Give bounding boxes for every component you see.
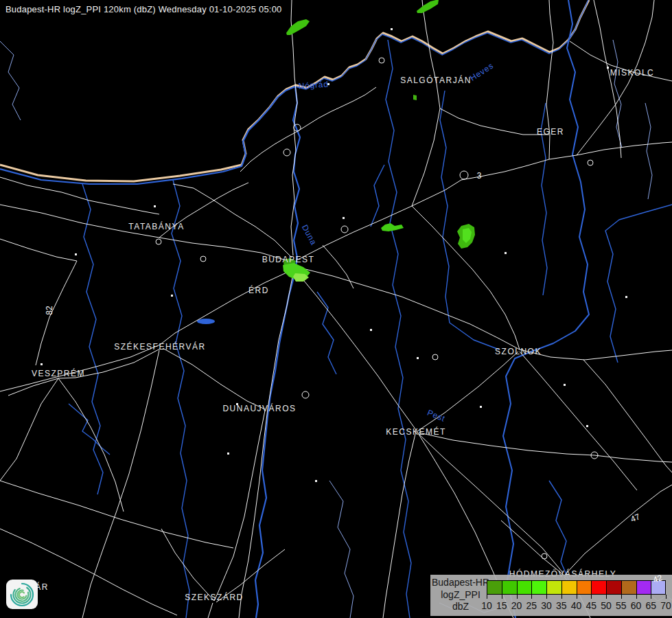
legend-tick-mark [651,595,651,599]
city-label: SZEKSZÁRD [185,592,244,602]
city-label: SALGÓTARJÁN [400,75,472,85]
legend-tick-mark [636,595,637,599]
city-label: KECSKEMÉT [386,426,446,437]
town-ring-symbols [156,58,598,559]
echo-mid-west [381,223,404,231]
legend-swatch [546,580,561,595]
legend-swatch [531,580,546,595]
city-label: VESZPRÉM [32,368,85,378]
city-label: DUNAÚJVÁROS [222,403,296,413]
legend-tick-mark [666,595,667,599]
legend-swatch [577,580,592,595]
spiral-icon [8,582,36,608]
village-dot-symbols [40,28,627,482]
legend-swatch [517,580,532,595]
city-label: EGER [537,127,564,137]
legend-tick-mark [621,595,622,599]
city-label-layer: BUDAPESTÉRDTATABÁNYASZÉKESFEHÉRVÁRVESZPR… [32,68,654,602]
city-label: MISKOLC [610,68,655,78]
road-number-label: 47 [629,512,642,524]
legend-tick-label: 70 [657,600,672,611]
legend-tick-mark [591,595,592,599]
city-label: ÉRD [248,285,269,295]
legend-tick-mark [546,595,547,599]
legend-swatch [621,580,636,595]
met-spiral-logo [6,580,38,609]
legend-swatch [502,580,517,595]
legend-station-name: Budapest-HR [430,577,491,588]
city-label: TATABÁNYA [128,221,184,231]
water-label: Heves [468,60,496,82]
color-scale-legend: Budapest-HR logZ_PPI dbZ 101520253035404… [430,575,672,616]
streams-layer [0,40,672,618]
legend-swatch [636,580,651,595]
legend-tick-mark [487,595,487,599]
legend-tick-mark [606,595,607,599]
water-label: Nógrád [298,79,329,91]
radar-viewer: DunaNógrádHevesPest 82347 BUDAPESTÉRDTAT… [0,0,672,618]
legend-product-name: logZ_PPI [430,589,491,600]
legend-tick-mark [531,595,532,599]
city-label: BUDAPEST [262,255,315,264]
water-label: Pest [426,408,446,424]
legend-tick-mark [517,595,518,599]
legend-swatch [606,580,621,595]
legend-tick-mark [561,595,562,599]
echo-northwest [286,19,310,35]
legend-tick-mark [502,595,502,599]
legend-swatch [591,580,606,595]
legend-tick-mark [577,595,577,599]
rivers-layer [0,0,672,618]
road-number-label: 82 [45,306,54,315]
city-label: SZOLNOK [495,347,542,356]
echo-north [417,0,439,13]
legend-swatch [487,580,502,595]
echo-speck [413,95,417,100]
page-title: Budapest-HR logZ_PPI 120km (dbZ) Wednesd… [5,4,282,14]
legend-swatch [561,580,577,595]
radar-map-canvas: DunaNógrádHevesPest 82347 BUDAPESTÉRDTAT… [0,0,672,618]
water-label: Duna [300,223,318,247]
city-label: SZÉKESFEHÉRVÁR [114,341,205,352]
legend-color-swatches [487,580,666,595]
road-number-label: 3 [477,171,482,181]
